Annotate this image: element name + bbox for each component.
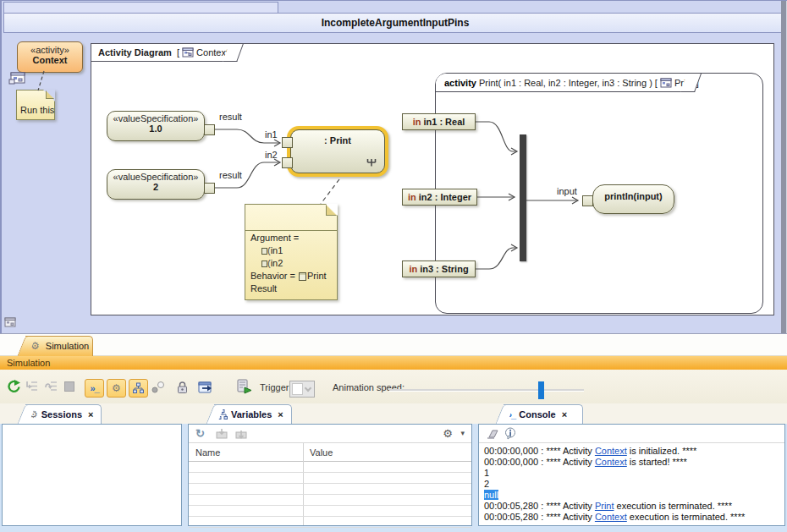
run-button[interactable] [6,379,21,394]
input-pin-icon [261,248,267,255]
console-line: 00:00:05,280 : **** Activity Context exe… [484,512,784,523]
activity-diagram-icon [660,78,672,88]
result-pin-1[interactable] [204,124,215,135]
element-link[interactable]: Print [595,501,614,511]
variables-panel: ↻ ⚙ ▾ Name Value [188,424,472,526]
rake-icon [366,157,377,167]
diagram-window: IncompleteArgumentInputPins «activity» C… [0,0,787,333]
tab-console[interactable]: »_Console× [504,404,583,424]
console-line: 2 [484,479,784,490]
trigger-dropdown[interactable] [289,381,315,398]
run-this-note[interactable]: Run this [16,90,55,120]
step-over-button[interactable] [44,380,58,392]
note-in2-line: (in2 [245,257,337,270]
animation-speed-slider[interactable] [389,389,584,392]
diagram-frame-header: Activity Diagram [ Context ] [91,44,234,62]
context-name: Context [18,55,82,65]
column-header-name[interactable]: Name [195,443,220,462]
column-header-value[interactable]: Value [310,443,333,462]
value-spec-2-node[interactable]: «valueSpecification» 2 [107,169,205,200]
table-row[interactable] [189,517,471,528]
param-node-in3[interactable]: inin3 : String [402,261,476,277]
variables-toolbar: ↻ ⚙ ▾ [189,425,471,443]
animation-speed-slider-thumb[interactable] [538,381,544,399]
application-window: IncompleteArgumentInputPins «activity» C… [0,0,787,532]
lock-button[interactable] [176,381,189,394]
console-panel: 00:00:00,000 : **** Activity Context is … [478,424,785,526]
context-stereotype: «activity» [18,45,82,55]
table-row[interactable] [189,462,471,473]
chevron-down-icon [305,385,311,392]
close-icon[interactable]: × [88,409,93,420]
simulation-icon: ⚙ [112,382,121,394]
diagram-corner-icon[interactable] [4,317,16,327]
console-line: 1 [484,468,784,479]
table-row[interactable] [189,484,471,495]
console-icon: »_ [90,383,98,393]
console-line-selected: null [484,490,784,501]
console-line: 00:00:00,000 : **** Activity Context is … [484,457,784,468]
println-action[interactable]: println(input) [592,184,674,214]
in2-pin-label: in2 [265,150,278,160]
console-output[interactable]: 00:00:00,000 : **** Activity Context is … [480,444,784,524]
close-icon[interactable]: × [278,409,283,420]
note-behavior-line: Behavior = Print [245,270,337,282]
fork-node[interactable] [520,134,526,261]
result-pin-2[interactable] [204,183,215,194]
argument-note[interactable]: Argument = (in1 (in2 Behavior = Print Re… [245,204,338,300]
trigger-server-icon[interactable] [236,379,252,395]
behavior-icon [299,272,306,281]
toggle-console-button[interactable]: »_ [85,379,104,398]
toggle-simulation-button[interactable]: ⚙ [107,379,126,398]
in2-pin[interactable] [282,157,293,168]
print-action-name: : Print [324,135,351,145]
console-icon: »_ [507,409,515,420]
console-toolbar [479,425,784,443]
element-link[interactable]: Context [595,457,627,467]
trigger-label: Trigger: [260,382,292,392]
console-line: 00:00:05,280 : **** Activity Print execu… [484,501,784,512]
activity-diagram-shortcut-icon[interactable] [8,72,25,85]
print-action[interactable]: : Print [287,126,388,177]
tab-sessions[interactable]: ⚙Sessions× [25,404,102,424]
sessions-panel[interactable] [2,424,182,526]
gear-icon[interactable]: ⚙ [443,427,453,440]
result-pin-2-label: result [219,170,242,180]
toggle-variables-button[interactable] [129,379,148,398]
open-in-window-button[interactable] [198,381,214,394]
export-value-icon[interactable] [235,428,248,439]
param-node-in2[interactable]: inin2 : Integer [402,189,477,206]
import-value-icon[interactable] [216,428,228,439]
tab-simulation[interactable]: ⚙ Simulation [25,336,93,356]
note-in1-line: (in1 [245,244,337,257]
table-row[interactable] [189,495,471,506]
variables-tree-icon [217,409,228,420]
param-node-in1[interactable]: inin1 : Real [402,113,476,130]
package-tab [3,2,278,13]
table-row[interactable] [189,473,471,484]
note-result-line: Result [245,282,337,295]
value-spec-1-node[interactable]: «valueSpecification» 1.0 [107,111,205,141]
simulation-panel: ⚙ Simulation Simulation »_ ⚙ [0,333,787,532]
step-into-button[interactable] [25,380,39,392]
element-link[interactable]: Context [595,446,627,456]
element-link[interactable]: Context [595,512,627,522]
stop-button[interactable] [64,381,74,392]
table-row[interactable] [189,506,471,517]
input-pin[interactable] [582,195,593,206]
tab-variables[interactable]: Variables× [214,404,292,424]
close-icon[interactable]: × [562,409,567,420]
info-icon[interactable] [504,427,517,440]
refresh-icon[interactable]: ↻ [195,427,205,440]
result-pin-1-label: result [219,112,242,122]
breakpoints-icon-button[interactable] [151,381,166,394]
input-pin-icon [261,261,267,267]
in1-pin[interactable] [282,137,293,148]
caret-down-icon[interactable]: ▾ [460,429,465,437]
context-activity-node[interactable]: «activity» Context [17,41,83,73]
console-line: 00:00:00,000 : **** Activity Context is … [484,446,784,457]
run-note-text: Run this [17,104,54,117]
note-divider [245,230,337,231]
in1-pin-label: in1 [265,129,278,140]
clear-console-icon[interactable] [486,429,499,439]
